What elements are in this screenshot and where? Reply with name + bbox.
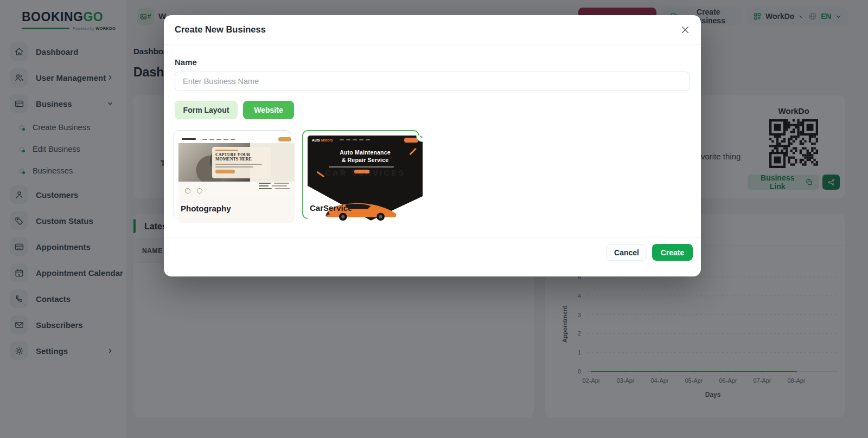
name-field-label: Name xyxy=(175,57,197,67)
carservice-heading-line1: Auto Maintenance xyxy=(308,149,423,156)
create-new-business-modal: Create New Business Name Form Layout Web… xyxy=(164,15,701,276)
carservice-heading-line2: & Repair Service xyxy=(308,157,423,163)
carservice-watermark: CAR SERVICES xyxy=(308,168,423,177)
cancel-button[interactable]: Cancel xyxy=(606,244,647,261)
create-button[interactable]: Create xyxy=(652,244,693,261)
photography-thumb-heading: CAPTURE YOUR MOMENTS HERE xyxy=(215,153,257,163)
business-name-input[interactable] xyxy=(175,72,690,91)
template-card-photography[interactable]: CAPTURE YOUR MOMENTS HERE Photography xyxy=(174,130,291,219)
tab-website[interactable]: Website xyxy=(243,101,294,119)
template-label-carservice: CarService xyxy=(310,203,352,212)
modal-title: Create New Business xyxy=(175,24,266,35)
modal-header: Create New Business xyxy=(164,15,701,44)
close-button[interactable] xyxy=(679,24,691,36)
close-icon xyxy=(680,25,690,35)
tab-form-layout[interactable]: Form Layout xyxy=(175,101,238,119)
template-card-carservice[interactable]: Auto Motors Auto Maintenance & Repair Se… xyxy=(302,130,419,219)
template-label-photography: Photography xyxy=(181,204,231,213)
thumb-button-pill xyxy=(215,170,235,173)
check-icon xyxy=(419,136,423,139)
divider xyxy=(164,237,701,237)
thumb-cta-pill xyxy=(278,137,291,141)
